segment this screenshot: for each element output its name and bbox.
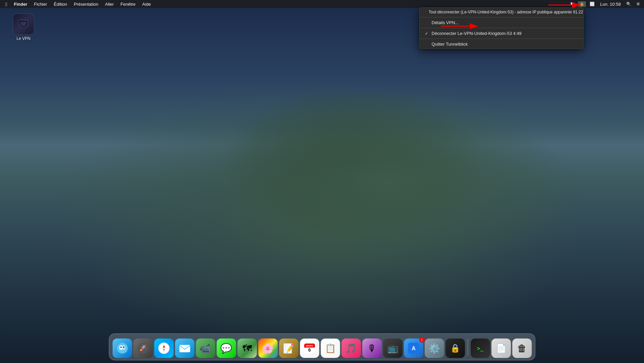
dock-item-podcasts[interactable]: 🎙 (362, 339, 382, 358)
checkmark-empty-3 (425, 42, 429, 47)
tunnelblick-dock-icon: 🔒 (450, 344, 460, 353)
trash-icon: 🗑 (517, 343, 527, 354)
dropdown-item-quit[interactable]: Quitter Tunnelblick (419, 40, 583, 49)
music-icon: 🎵 (345, 343, 357, 354)
svg-rect-19 (179, 345, 190, 352)
desktop-icon-levpn[interactable]: 🛡 Le VPN (10, 13, 37, 41)
annotation-arrow-2 (439, 21, 483, 33)
apple-menu[interactable]:  (3, 1, 10, 8)
dock-item-finder[interactable] (112, 339, 132, 358)
dock-item-calendar[interactable]: MARS 6 (300, 339, 319, 358)
dock-item-notes[interactable]: 📝 (279, 339, 298, 358)
dock-item-safari[interactable] (154, 339, 174, 358)
menubar-display-icon[interactable]: ⬜ (588, 1, 596, 7)
reminders-icon: 📋 (325, 343, 336, 354)
systemprefs-icon: ⚙️ (429, 343, 440, 354)
dock-separator (467, 339, 468, 355)
checkmark-empty-2 (425, 20, 429, 25)
shield-icon: 🛡 (19, 19, 28, 30)
dock-item-facetime[interactable]: 📹 (196, 339, 215, 358)
filevault-icon: 📄 (496, 343, 506, 354)
dock-item-music[interactable]: 🎵 (341, 339, 361, 358)
dock-item-launchpad[interactable]: 🚀 (133, 339, 153, 358)
svg-point-7 (120, 347, 121, 348)
dock-item-filevault[interactable]: 📄 (491, 339, 511, 358)
dock-item-terminal[interactable]: >_ (470, 339, 490, 358)
dock-item-reminders[interactable]: 📋 (320, 339, 340, 358)
svg-point-8 (123, 347, 124, 348)
checkmark-empty (425, 10, 426, 14)
dock-item-systemprefs[interactable]: ⚙️ (425, 339, 444, 358)
svg-point-18 (163, 348, 164, 349)
menubar-fenetre[interactable]: Fenêtre (118, 1, 138, 7)
dock-item-appstore[interactable]: A 1 (404, 339, 423, 358)
svg-text:🚀: 🚀 (139, 344, 147, 352)
levpn-icon-image: 🛡 (13, 13, 34, 35)
dropdown-separator-3 (419, 39, 583, 39)
menubar-aller[interactable]: Aller (102, 1, 116, 7)
podcasts-icon: 🎙 (367, 343, 377, 354)
desktop:  Finder Fichier Édition Présentation Al… (0, 0, 644, 363)
desktop-background (0, 0, 644, 363)
dock-item-photos[interactable]: 🌸 (258, 339, 278, 358)
messages-icon: 💬 (220, 343, 232, 354)
facetime-icon: 📹 (200, 343, 211, 354)
dock-item-mail[interactable] (175, 339, 194, 358)
annotation-arrow-1 (547, 0, 587, 11)
menubar-control-center[interactable]: ≡ (635, 0, 641, 8)
svg-text:6: 6 (308, 347, 311, 353)
dock-item-appletv[interactable]: 📺 (383, 339, 402, 358)
terminal-icon-text: >_ (477, 345, 483, 352)
dock-item-maps[interactable]: 🗺 (237, 339, 257, 358)
dock-item-tunnelblick[interactable]: 🔒 (445, 339, 465, 358)
dock-item-trash[interactable]: 🗑 (512, 339, 532, 358)
photos-icon: 🌸 (262, 343, 274, 354)
quit-tunnelblick-label: Quitter Tunnelblick (432, 42, 468, 47)
menubar-search[interactable]: 🔍 (625, 1, 633, 7)
appstore-badge: 1 (419, 337, 425, 343)
dropdown-separator-1 (419, 17, 583, 17)
menubar-edition[interactable]: Édition (51, 1, 70, 7)
notes-icon: 📝 (283, 343, 295, 354)
menubar-finder[interactable]: Finder (11, 1, 30, 7)
menubar-left:  Finder Fichier Édition Présentation Al… (0, 1, 154, 8)
menubar-fichier[interactable]: Fichier (31, 1, 50, 7)
menubar-aide[interactable]: Aide (140, 1, 154, 7)
menubar-time: Lun. 10:58 (598, 1, 622, 7)
dock-item-messages[interactable]: 💬 (216, 339, 236, 358)
dock: 🚀 📹 (109, 333, 535, 360)
appletv-icon: 📺 (387, 343, 398, 354)
menubar-presentation[interactable]: Présentation (71, 1, 101, 7)
svg-text:MARS: MARS (306, 345, 313, 347)
levpn-icon-label: Le VPN (16, 36, 30, 41)
svg-text:A: A (411, 346, 415, 351)
maps-icon: 🗺 (242, 343, 252, 354)
checkmark-active: ✓ (425, 31, 429, 36)
